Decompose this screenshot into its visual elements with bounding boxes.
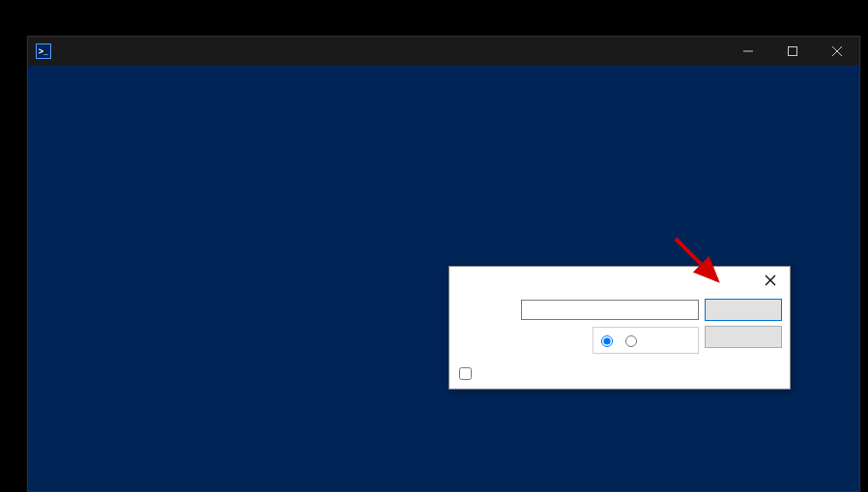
find-close-button[interactable] (759, 269, 782, 292)
console-output[interactable] (28, 66, 859, 70)
svg-rect-1 (789, 47, 797, 56)
up-radio[interactable] (601, 335, 613, 347)
direction-group (593, 327, 699, 354)
powershell-window: >_ (27, 36, 860, 492)
window-controls (726, 37, 859, 66)
close-icon (832, 46, 842, 56)
close-button[interactable] (815, 37, 859, 66)
powershell-icon: >_ (36, 43, 51, 59)
find-next-button[interactable] (705, 299, 782, 321)
find-titlebar[interactable] (449, 267, 790, 294)
match-case-checkbox[interactable] (459, 367, 472, 380)
find-dialog (448, 266, 791, 390)
find-what-input[interactable] (521, 300, 699, 320)
direction-up-option[interactable] (601, 335, 616, 347)
maximize-icon (788, 46, 797, 56)
minimize-icon (743, 46, 753, 56)
find-body (449, 294, 790, 402)
match-case-option[interactable] (457, 367, 699, 380)
close-icon (765, 275, 776, 286)
down-radio[interactable] (625, 335, 637, 347)
cancel-button[interactable] (705, 326, 782, 348)
minimize-button[interactable] (726, 37, 770, 66)
titlebar[interactable]: >_ (28, 37, 859, 66)
maximize-button[interactable] (770, 37, 815, 66)
direction-down-option[interactable] (625, 335, 640, 347)
